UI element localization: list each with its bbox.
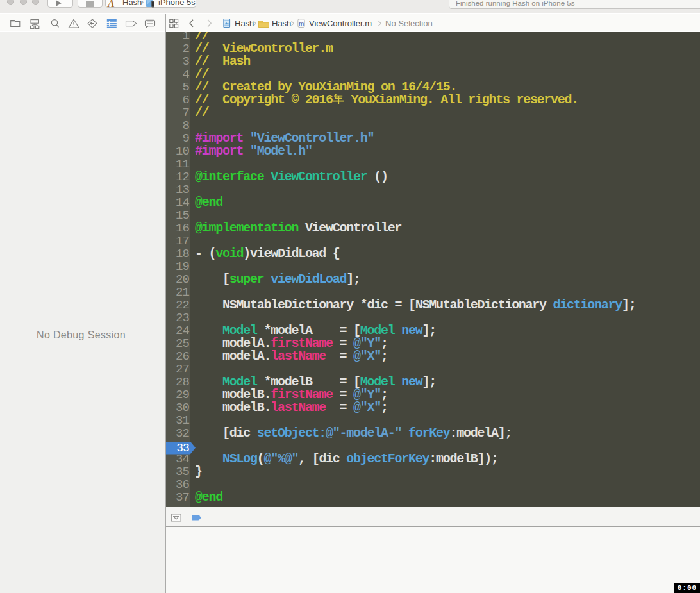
svg-text:m: m <box>299 20 304 27</box>
